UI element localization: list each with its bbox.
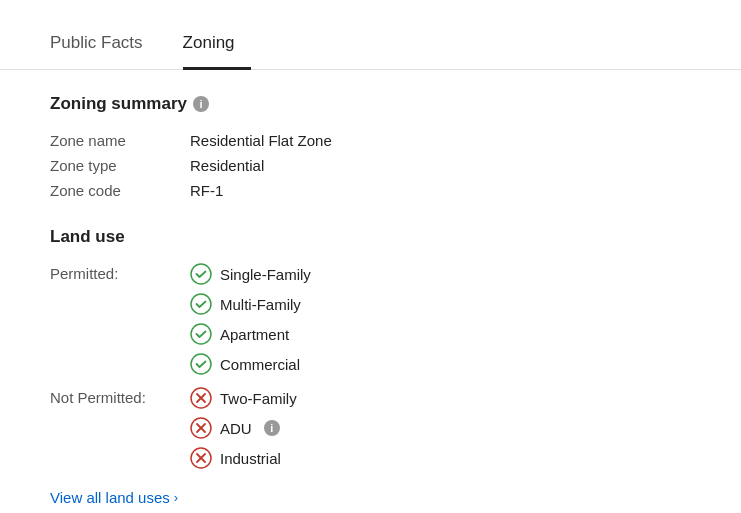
zoning-summary-title: Zoning summary i xyxy=(50,94,691,114)
list-item: Apartment xyxy=(190,323,311,345)
zone-table: Zone name Residential Flat Zone Zone typ… xyxy=(50,132,691,199)
zone-type-label: Zone type xyxy=(50,157,190,174)
zone-code-value: RF-1 xyxy=(190,182,223,199)
tab-public-facts[interactable]: Public Facts xyxy=(50,21,159,70)
permitted-label: Permitted: xyxy=(50,263,190,375)
view-all-label: View all land uses xyxy=(50,489,170,506)
svg-point-1 xyxy=(191,294,211,314)
zone-type-row: Zone type Residential xyxy=(50,157,691,174)
permitted-items: Single-Family Multi-Family Apartment xyxy=(190,263,311,375)
not-permitted-section: Not Permitted: Two-Family ADU i xyxy=(50,387,691,469)
zone-name-label: Zone name xyxy=(50,132,190,149)
not-permitted-item-label: ADU xyxy=(220,420,252,437)
svg-point-3 xyxy=(191,354,211,374)
permitted-section: Permitted: Single-Family Multi-Family xyxy=(50,263,691,375)
permitted-item-label: Multi-Family xyxy=(220,296,301,313)
not-permitted-item-label: Two-Family xyxy=(220,390,297,407)
land-use-title: Land use xyxy=(50,227,691,247)
list-item: Two-Family xyxy=(190,387,297,409)
zone-code-row: Zone code RF-1 xyxy=(50,182,691,199)
list-item: Industrial xyxy=(190,447,297,469)
zone-code-label: Zone code xyxy=(50,182,190,199)
svg-point-2 xyxy=(191,324,211,344)
list-item: ADU i xyxy=(190,417,297,439)
check-circle-icon xyxy=(190,323,212,345)
main-content: Zoning summary i Zone name Residential F… xyxy=(0,94,741,506)
permitted-item-label: Commercial xyxy=(220,356,300,373)
check-circle-icon xyxy=(190,353,212,375)
list-item: Multi-Family xyxy=(190,293,311,315)
zone-name-value: Residential Flat Zone xyxy=(190,132,332,149)
check-circle-icon xyxy=(190,263,212,285)
tab-zoning[interactable]: Zoning xyxy=(183,21,251,70)
tab-bar: Public Facts Zoning xyxy=(0,0,741,70)
chevron-right-icon: › xyxy=(174,490,178,505)
not-permitted-label: Not Permitted: xyxy=(50,387,190,469)
svg-point-0 xyxy=(191,264,211,284)
zone-type-value: Residential xyxy=(190,157,264,174)
zone-name-row: Zone name Residential Flat Zone xyxy=(50,132,691,149)
adu-info-icon[interactable]: i xyxy=(264,420,280,436)
x-circle-icon xyxy=(190,417,212,439)
list-item: Commercial xyxy=(190,353,311,375)
zoning-info-icon[interactable]: i xyxy=(193,96,209,112)
permitted-item-label: Single-Family xyxy=(220,266,311,283)
not-permitted-items: Two-Family ADU i Industrial xyxy=(190,387,297,469)
not-permitted-item-label: Industrial xyxy=(220,450,281,467)
list-item: Single-Family xyxy=(190,263,311,285)
view-all-link[interactable]: View all land uses › xyxy=(50,489,691,506)
check-circle-icon xyxy=(190,293,212,315)
x-circle-icon xyxy=(190,447,212,469)
permitted-item-label: Apartment xyxy=(220,326,289,343)
x-circle-icon xyxy=(190,387,212,409)
